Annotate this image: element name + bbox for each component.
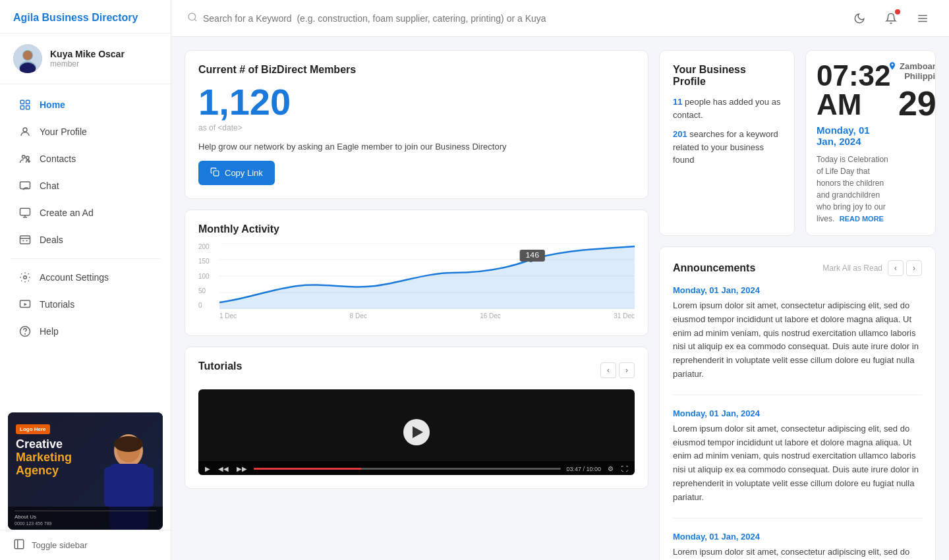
- svg-rect-5: [20, 100, 24, 103]
- play-button[interactable]: [403, 419, 430, 445]
- clock-time: 07:32 AM: [817, 61, 891, 119]
- contacts-stat: 11 people has added you as contact.: [673, 96, 781, 121]
- announcements-next-button[interactable]: ›: [906, 260, 922, 276]
- right-column: Your Business Profile 11 people has adde…: [659, 50, 936, 560]
- header: [171, 0, 949, 37]
- video-prev-button[interactable]: ◀◀: [217, 465, 230, 472]
- svg-rect-6: [26, 100, 30, 103]
- tutorials-header: Tutorials ‹ ›: [198, 360, 635, 380]
- sidebar-item-chat-label: Chat: [40, 181, 59, 191]
- announcements-title: Announcements: [673, 262, 755, 274]
- announcements-header: Announcements Mark All as Read ‹ ›: [673, 260, 922, 276]
- row1: Current # of BizDirect Members 1,120 as …: [185, 50, 936, 560]
- sidebar-item-settings-label: Account Settings: [40, 272, 109, 283]
- main-nav: Home Your Profile Contacts Chat Create a…: [0, 84, 171, 406]
- ad-title-line1: Creative: [16, 437, 63, 451]
- svg-text:146: 146: [525, 251, 539, 259]
- clock-date: Monday, 01 Jan, 2024: [817, 125, 891, 147]
- chat-icon: [18, 179, 32, 192]
- announcement-item-3: Monday, 01 Jan, 2024 Lorem ipsum dolor s…: [673, 532, 922, 560]
- sidebar-item-chat[interactable]: Chat: [5, 173, 165, 199]
- video-progress-track[interactable]: [254, 468, 561, 470]
- mark-all-read-button[interactable]: Mark All as Read: [822, 264, 882, 273]
- username: Kuya Mike Oscar: [50, 49, 125, 59]
- nav-divider: [11, 258, 160, 259]
- search-input[interactable]: [203, 13, 841, 24]
- svg-line-36: [194, 19, 196, 21]
- svg-rect-33: [14, 540, 24, 549]
- sidebar-item-your-profile[interactable]: Your Profile: [5, 119, 165, 145]
- tutorials-nav: ‹ ›: [600, 362, 635, 378]
- sidebar-item-deals-label: Deals: [40, 235, 63, 245]
- svg-marker-24: [24, 303, 28, 306]
- chart-x-labels: 1 Dec 8 Dec 16 Dec 31 Dec: [219, 309, 635, 322]
- clock-note-text: Today is Celebration of Life Day that ho…: [817, 155, 888, 223]
- menu-button[interactable]: [912, 8, 933, 29]
- settings-icon: [18, 271, 32, 284]
- video-progress-fill: [254, 468, 361, 470]
- sidebar-item-home[interactable]: Home: [5, 92, 165, 118]
- video-next-button[interactable]: ▶▶: [235, 465, 248, 472]
- sidebar-item-account-settings[interactable]: Account Settings: [5, 264, 165, 291]
- svg-rect-29: [104, 467, 117, 507]
- dark-mode-button[interactable]: [849, 8, 870, 29]
- tutorials-next-button[interactable]: ›: [619, 362, 635, 378]
- svg-rect-7: [20, 106, 24, 109]
- contacts-icon: [18, 152, 32, 165]
- contacts-count[interactable]: 11: [673, 97, 682, 107]
- video-play-pause-button[interactable]: ▶: [204, 465, 212, 472]
- members-card-title: Current # of BizDirect Members: [198, 64, 635, 76]
- contacts-text: people has added you as contact.: [673, 97, 780, 120]
- announcement-text-1: Lorem ipsum dolor sit amet, consectetur …: [673, 299, 922, 381]
- toggle-sidebar-button[interactable]: Toggle sidebar: [0, 530, 171, 560]
- sidebar-item-create-ad[interactable]: Create an Ad: [5, 200, 165, 226]
- sidebar-item-deals[interactable]: Deals: [5, 227, 165, 253]
- ad-logo-text: Logo Here: [16, 424, 50, 434]
- announcements-prev-button[interactable]: ‹: [888, 260, 904, 276]
- members-card: Current # of BizDirect Members 1,120 as …: [185, 50, 648, 199]
- copy-link-button[interactable]: Copy Link: [198, 161, 275, 185]
- searches-count[interactable]: 201: [673, 129, 687, 139]
- avatar: [13, 44, 42, 73]
- sidebar-item-contacts[interactable]: Contacts: [5, 146, 165, 172]
- home-icon: [18, 98, 32, 111]
- notification-badge: [895, 9, 900, 14]
- clock-note: Today is Celebration of Life Day that ho…: [817, 154, 891, 225]
- video-settings-button[interactable]: ⚙: [606, 465, 615, 472]
- sidebar-item-tutorials[interactable]: Tutorials: [5, 291, 165, 318]
- top-cards-row: Your Business Profile 11 people has adde…: [659, 50, 936, 236]
- video-player: ▶ ◀◀ ▶▶ 03:47 / 10:00 ⚙ ⛶: [198, 389, 635, 475]
- copy-link-label: Copy Link: [225, 168, 263, 178]
- announcement-date-3: Monday, 01 Jan, 2024: [673, 532, 922, 542]
- ad-phone: 0000 123 456 789: [14, 521, 156, 526]
- tutorials-card: Tutorials ‹ › ▶ ◀◀ ▶▶: [185, 347, 648, 489]
- user-info: Kuya Mike Oscar member: [50, 49, 125, 69]
- toggle-sidebar-label: Toggle sidebar: [32, 540, 88, 550]
- announcement-date-1: Monday, 01 Jan, 2024: [673, 285, 922, 295]
- svg-point-3: [23, 51, 32, 60]
- clock-read-more[interactable]: READ MORE: [840, 215, 884, 223]
- notifications-button[interactable]: [880, 8, 902, 29]
- clock-card: 07:32 AM Monday, 01 Jan, 2024 Today is C…: [805, 50, 936, 236]
- location-pin-icon: [888, 61, 897, 73]
- announcement-text-3: Lorem ipsum dolor sit amet, consectetur …: [673, 546, 922, 560]
- clock-temperature: 29°: [891, 86, 936, 121]
- sidebar-item-help[interactable]: Help: [5, 318, 165, 345]
- video-fullscreen-button[interactable]: ⛶: [620, 465, 629, 472]
- deals-icon: [18, 233, 32, 246]
- clock-content: 07:32 AM Monday, 01 Jan, 2024 Today is C…: [817, 61, 925, 225]
- activity-chart: 200 150 100 50 0: [198, 243, 635, 322]
- chart-svg-area: 146: [219, 243, 635, 309]
- activity-title: Monthly Activity: [198, 223, 635, 235]
- sidebar-advertisement: Logo Here Creative Marketing Agency Abou…: [8, 412, 163, 530]
- tutorials-icon: [18, 298, 32, 311]
- business-profile-title: Your Business Profile: [673, 64, 781, 88]
- announcement-date-2: Monday, 01 Jan, 2024: [673, 408, 922, 418]
- svg-rect-18: [20, 236, 30, 244]
- tutorials-prev-button[interactable]: ‹: [600, 362, 616, 378]
- members-count: 1,120: [198, 84, 635, 121]
- announcement-text-2: Lorem ipsum dolor sit amet, consectetur …: [673, 422, 922, 505]
- svg-point-11: [26, 156, 30, 159]
- ad-title: Creative Marketing Agency: [16, 438, 72, 477]
- header-icons: [849, 8, 933, 29]
